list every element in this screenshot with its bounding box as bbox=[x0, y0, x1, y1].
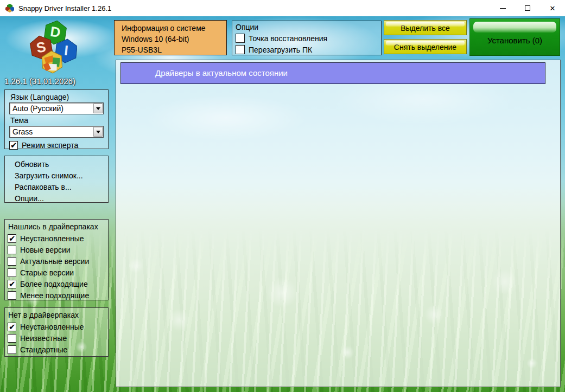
checkbox bbox=[8, 345, 16, 354]
close-button[interactable]: ✕ bbox=[540, 0, 565, 16]
options-title: Опции bbox=[236, 23, 378, 31]
select-all-button[interactable]: Выделить все bbox=[384, 20, 467, 35]
system-info-panel: Информация о системе Windows 10 (64-bit)… bbox=[114, 20, 227, 55]
menu-item-update[interactable]: Обновить bbox=[5, 159, 108, 170]
language-value: Auto (Русский) bbox=[12, 104, 64, 113]
filter-standard-row[interactable]: Стандартные bbox=[8, 344, 105, 355]
filter-not-installed-row[interactable]: Неустановленные bbox=[8, 233, 105, 244]
menu-item-extract-to[interactable]: Распаковать в... bbox=[5, 182, 108, 193]
menu-item-load-snapshot[interactable]: Загрузить снимок... bbox=[5, 170, 108, 182]
missing-section-title: Нет в драйверпаках bbox=[8, 311, 105, 319]
minimize-button[interactable] bbox=[490, 0, 515, 16]
filter-old-versions-row[interactable]: Старые версии bbox=[8, 267, 105, 278]
found-section-title: Нашлись в драйверпаках bbox=[8, 222, 105, 231]
filter-worse-match-row[interactable]: Менее подходящие bbox=[8, 290, 105, 301]
deselect-all-button[interactable]: Снять выделение bbox=[384, 39, 467, 54]
filter-better-match-row[interactable]: Более подходящие bbox=[8, 278, 105, 290]
language-select[interactable]: Auto (Русский) bbox=[9, 102, 104, 114]
restore-point-checkbox-row[interactable]: Точка восстановления bbox=[236, 33, 378, 44]
restore-point-label: Точка восстановления bbox=[249, 34, 327, 43]
driver-list-panel: Драйверы в актуальном состоянии bbox=[116, 60, 561, 387]
filter-label: Актуальные версии bbox=[20, 257, 89, 266]
checkbox bbox=[8, 257, 16, 266]
window-title: Snappy Driver Installer 1.26.1 bbox=[18, 4, 111, 12]
found-in-driverpacks-panel: Нашлись в драйверпаках Неустановленные Н… bbox=[4, 219, 109, 300]
minimize-icon bbox=[500, 8, 506, 9]
close-icon: ✕ bbox=[550, 5, 556, 12]
chevron-down-icon[interactable] bbox=[93, 127, 103, 137]
filter-label: Стандартные bbox=[20, 345, 67, 354]
filter-label: Неизвестные bbox=[20, 334, 67, 343]
install-button[interactable]: Установить (0) bbox=[469, 18, 560, 56]
system-info-motherboard: P55-USB3L bbox=[122, 44, 226, 55]
menu-item-options[interactable]: Опции... bbox=[5, 193, 108, 204]
reboot-pc-checkbox-row[interactable]: Перезагрузить ПК bbox=[236, 44, 378, 55]
checkbox bbox=[8, 291, 16, 300]
filter-label: Менее подходящие bbox=[20, 291, 89, 300]
system-info-title: Информация о системе bbox=[122, 23, 226, 34]
expert-mode-checkbox bbox=[9, 141, 18, 150]
maximize-icon bbox=[525, 5, 530, 11]
maximize-button[interactable] bbox=[515, 0, 540, 16]
app-window: Snappy Driver Installer 1.26.1 ✕ D S I bbox=[0, 0, 565, 392]
language-theme-panel: Язык (Language) Auto (Русский) Тема Gras… bbox=[4, 89, 109, 149]
checkbox bbox=[8, 268, 16, 277]
filter-current-versions-row[interactable]: Актуальные версии bbox=[8, 255, 105, 267]
expert-mode-label: Режим эксперта bbox=[22, 141, 78, 150]
checkbox bbox=[8, 280, 16, 288]
version-label: 1.26.1 (31.01.2026) bbox=[4, 76, 75, 86]
checkbox bbox=[8, 334, 16, 343]
filter-label: Неустановленные bbox=[20, 234, 84, 243]
actions-menu-panel: Обновить Загрузить снимок... Распаковать… bbox=[4, 156, 109, 203]
filter-label: Более подходящие bbox=[20, 280, 88, 288]
reboot-pc-label: Перезагрузить ПК bbox=[249, 46, 312, 54]
drivers-up-to-date-banner[interactable]: Драйверы в актуальном состоянии bbox=[120, 62, 545, 84]
options-panel: Опции Точка восстановления Перезагрузить… bbox=[232, 21, 382, 55]
theme-label: Тема bbox=[10, 116, 104, 125]
checkbox bbox=[8, 323, 16, 331]
theme-select[interactable]: Grass bbox=[9, 126, 104, 138]
filter-newer-versions-row[interactable]: Новые версии bbox=[8, 244, 105, 255]
title-bar: Snappy Driver Installer 1.26.1 ✕ bbox=[0, 0, 565, 16]
app-icon bbox=[5, 4, 14, 12]
chevron-down-icon[interactable] bbox=[93, 104, 103, 113]
filter-unknown-row[interactable]: Неизвестные bbox=[8, 332, 105, 344]
checkbox bbox=[8, 246, 16, 254]
filter-label: Старые версии bbox=[20, 268, 74, 277]
install-button-label: Установить (0) bbox=[487, 36, 542, 45]
reboot-pc-checkbox bbox=[236, 45, 245, 54]
system-info-os: Windows 10 (64-bit) bbox=[122, 34, 226, 44]
language-label: Язык (Language) bbox=[10, 93, 104, 101]
checkbox bbox=[8, 234, 16, 243]
restore-point-checkbox bbox=[236, 34, 245, 43]
sdi-logo: D S I bbox=[27, 17, 77, 76]
window-controls: ✕ bbox=[490, 0, 565, 16]
expert-mode-checkbox-row[interactable]: Режим эксперта bbox=[9, 139, 104, 151]
theme-value: Grass bbox=[12, 127, 33, 136]
filter-label: Неустановленные bbox=[20, 323, 84, 331]
filter-missing-not-installed-row[interactable]: Неустановленные bbox=[8, 321, 105, 332]
filter-label: Новые версии bbox=[20, 246, 71, 254]
not-in-driverpacks-panel: Нет в драйверпаках Неустановленные Неизв… bbox=[4, 307, 109, 357]
